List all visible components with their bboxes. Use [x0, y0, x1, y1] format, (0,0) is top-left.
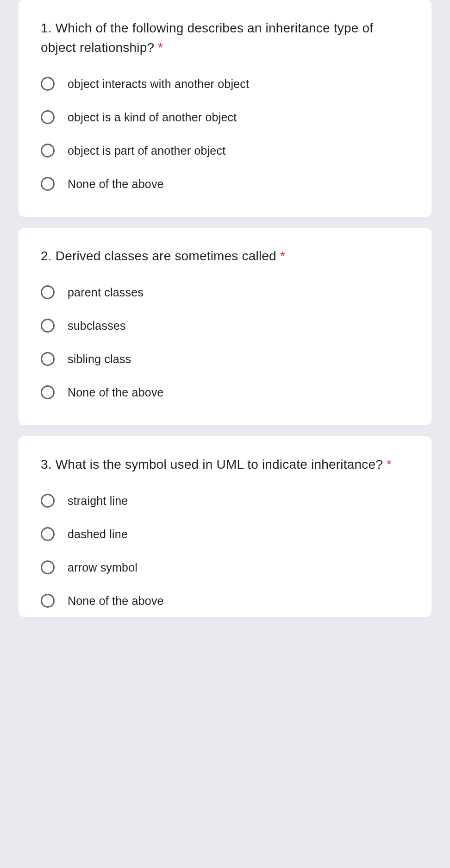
radio-option[interactable]: object is part of another object [41, 144, 409, 157]
radio-option[interactable]: object is a kind of another object [41, 110, 409, 124]
radio-option[interactable]: None of the above [41, 385, 409, 399]
radio-option[interactable]: None of the above [41, 594, 409, 608]
radio-icon [41, 319, 55, 333]
question-title: 3. What is the symbol used in UML to ind… [41, 455, 409, 474]
radio-option[interactable]: object interacts with another object [41, 77, 409, 91]
radio-option[interactable]: dashed line [41, 527, 409, 541]
radio-icon [41, 285, 55, 299]
radio-icon [41, 494, 55, 508]
radio-option[interactable]: subclasses [41, 319, 409, 333]
option-label: None of the above [68, 594, 164, 608]
radio-icon [41, 177, 55, 191]
required-asterisk: * [276, 249, 285, 263]
question-number: 2. [41, 249, 56, 263]
option-label: subclasses [68, 319, 126, 333]
question-number: 1. [41, 21, 56, 35]
question-card-1: 1. Which of the following describes an i… [19, 0, 431, 217]
radio-icon [41, 527, 55, 541]
option-label: object is part of another object [68, 144, 225, 157]
question-title: 1. Which of the following describes an i… [41, 19, 409, 57]
radio-option[interactable]: straight line [41, 494, 409, 508]
question-card-3: 3. What is the symbol used in UML to ind… [19, 436, 431, 617]
option-label: arrow symbol [68, 561, 138, 574]
question-card-2: 2. Derived classes are sometimes called … [19, 228, 431, 425]
question-number: 3. [41, 457, 56, 472]
option-label: straight line [68, 494, 128, 508]
question-title: 2. Derived classes are sometimes called … [41, 246, 409, 266]
question-text: Derived classes are sometimes called [56, 249, 276, 263]
radio-option[interactable]: parent classes [41, 285, 409, 299]
option-label: None of the above [68, 177, 164, 191]
radio-icon [41, 77, 55, 91]
option-label: None of the above [68, 386, 164, 399]
radio-icon [41, 594, 55, 608]
radio-icon [41, 385, 55, 399]
radio-icon [41, 110, 55, 124]
option-label: dashed line [68, 528, 128, 541]
radio-option[interactable]: None of the above [41, 177, 409, 191]
required-asterisk: * [383, 457, 392, 472]
question-text: Which of the following describes an inhe… [41, 21, 373, 55]
radio-icon [41, 144, 55, 157]
radio-option[interactable]: arrow symbol [41, 560, 409, 574]
radio-option[interactable]: sibling class [41, 352, 409, 366]
radio-icon [41, 560, 55, 574]
radio-icon [41, 352, 55, 366]
question-text: What is the symbol used in UML to indica… [56, 457, 383, 472]
option-label: sibling class [68, 352, 131, 366]
required-asterisk: * [154, 40, 163, 55]
option-label: object is a kind of another object [68, 111, 237, 124]
option-label: parent classes [68, 286, 144, 299]
option-label: object interacts with another object [68, 77, 249, 91]
